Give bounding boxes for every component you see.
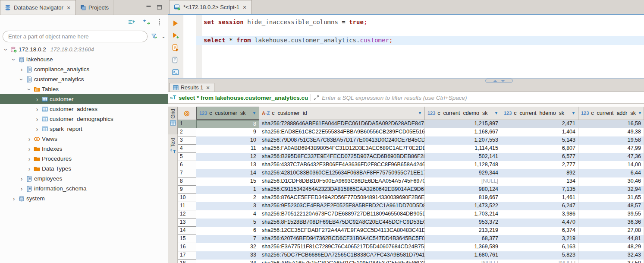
grid-cell[interactable]: 1 bbox=[196, 186, 259, 194]
grid-cell[interactable]: 502,141 bbox=[425, 153, 501, 161]
grid-cell[interactable]: 47,99 bbox=[578, 145, 644, 153]
grid-cell[interactable]: 980,124 bbox=[425, 186, 501, 194]
maximize-button[interactable] bbox=[157, 5, 162, 10]
result-source-sql[interactable]: select * from lakehouse.customer_analyti… bbox=[179, 95, 308, 101]
grid-cell[interactable]: 8 bbox=[196, 120, 259, 128]
chevron-icon[interactable]: › bbox=[26, 155, 33, 162]
row-number[interactable]: 8 bbox=[178, 177, 196, 186]
table-row[interactable]: 714sha256:42810C83B0360CE125634F068BAF8F… bbox=[178, 169, 644, 177]
row-number[interactable]: 6 bbox=[178, 161, 196, 169]
grid-cell[interactable]: 6,374 bbox=[501, 227, 578, 235]
grid-corner-cell[interactable]: ◎ bbox=[178, 107, 196, 120]
table-row[interactable]: 411sha256:FA0ABB6943B98054FC31D12D3E3AEC… bbox=[178, 145, 644, 153]
grid-cell[interactable]: 16,59 bbox=[578, 120, 644, 128]
sql-console-icon[interactable] bbox=[172, 69, 179, 76]
grid-cell[interactable]: 68,377 bbox=[425, 235, 501, 243]
grid-cell[interactable]: sha256:8F1528BB708DF69EB475DC92A8C20EC44… bbox=[259, 219, 425, 227]
grid-cell[interactable]: 2,777 bbox=[501, 161, 578, 169]
grid-cell[interactable]: 7 bbox=[196, 235, 259, 243]
grid-cell[interactable]: 2,471 bbox=[501, 120, 578, 128]
tab-database-navigator[interactable]: Database Navigator × bbox=[0, 0, 76, 15]
grid-cell[interactable]: 6,44 bbox=[578, 169, 644, 177]
row-number[interactable]: 3 bbox=[178, 136, 196, 145]
grid-cell[interactable]: 9 bbox=[196, 128, 259, 136]
grid-cell[interactable]: [NULL] bbox=[425, 260, 501, 263]
grid-cell[interactable]: 1,473,522 bbox=[425, 202, 501, 210]
row-number[interactable]: 9 bbox=[178, 186, 196, 194]
grid-cell[interactable]: [NULL] bbox=[501, 260, 578, 263]
filter-sql-icon[interactable]: «T bbox=[170, 95, 176, 101]
tree-item-Views[interactable]: ›Views bbox=[0, 134, 168, 144]
table-row[interactable]: 18sha256:72888646ABF61FA044EDEC061D6DA5A… bbox=[178, 120, 644, 128]
grid-cell[interactable]: 1,703,214 bbox=[425, 210, 501, 219]
chevron-icon[interactable]: › bbox=[34, 96, 41, 103]
grid-cell[interactable]: sha256:12CE35EFDABF272A4A47E9FA9CC5D4113… bbox=[259, 227, 425, 235]
tree-item-spark_report[interactable]: ›spark_report bbox=[0, 124, 168, 134]
grid-cell[interactable]: 1,114,415 bbox=[425, 145, 501, 153]
grid-cell[interactable]: 2 bbox=[196, 194, 259, 202]
close-icon[interactable]: × bbox=[66, 4, 71, 11]
column-header-c_current_cdemo_sk[interactable]: 123c_current_cdemo_sk▼ bbox=[425, 107, 501, 120]
view-tab-grid[interactable]: Grid bbox=[168, 107, 178, 134]
grid-cell[interactable]: 34 bbox=[196, 260, 259, 263]
grid-cell[interactable]: 4,470 bbox=[501, 219, 578, 227]
grid-cell[interactable]: 6,163 bbox=[501, 243, 578, 251]
chevron-icon[interactable]: › bbox=[18, 66, 25, 73]
tree-item-Indexes[interactable]: ›Indexes bbox=[0, 144, 168, 154]
chevron-icon[interactable]: › bbox=[26, 86, 33, 93]
grid-cell[interactable]: sha256:4337C7AB6432E3B06FF4A3636FD2F8CC8… bbox=[259, 161, 425, 169]
grid-cell[interactable]: 4 bbox=[196, 210, 259, 219]
grid-cell[interactable]: 1,215,897 bbox=[425, 120, 501, 128]
sql-line[interactable]: select * from lakehouse.customer_analyti… bbox=[196, 36, 644, 45]
execute-new-tab-icon[interactable] bbox=[172, 32, 179, 39]
row-number[interactable]: 4 bbox=[178, 145, 196, 153]
grid-cell[interactable]: 32,94 bbox=[578, 186, 644, 194]
grid-cell[interactable]: [NULL] bbox=[425, 177, 501, 186]
sql-line[interactable] bbox=[202, 27, 644, 36]
grid-cell[interactable]: 953,372 bbox=[425, 219, 501, 227]
column-dropdown-icon[interactable]: ▼ bbox=[252, 111, 256, 115]
table-row[interactable]: 146sha256:12CE35EFDABF272A4A47E9FA9CC5D4… bbox=[178, 227, 644, 235]
grid-cell[interactable]: 6 bbox=[196, 227, 259, 235]
object-search-input[interactable] bbox=[3, 31, 148, 42]
tree-item-customer_analytics[interactable]: ›customer_analytics bbox=[0, 74, 168, 84]
grid-cell[interactable]: sha256:9E52303CE4FBA2E2F0525E8A5BFBD2C1A… bbox=[259, 202, 425, 210]
chevron-icon[interactable]: › bbox=[10, 56, 17, 63]
tree-item-172.18.0.2[interactable]: ›172.18.0.2172.18.0.2:31604 bbox=[0, 44, 168, 54]
close-icon[interactable]: × bbox=[205, 84, 210, 91]
row-number[interactable]: 12 bbox=[178, 210, 196, 219]
grid-cell[interactable]: sha256:EAD8E61C8C22E555834FBBA9B60556CB2… bbox=[259, 128, 425, 136]
grid-cell[interactable]: 5,143 bbox=[501, 136, 578, 145]
table-row[interactable]: 124sha256:B705122120A673FC7DE6889727DB11… bbox=[178, 210, 644, 219]
tree-item-customer_address[interactable]: ›customer_address bbox=[0, 104, 168, 114]
chevron-icon[interactable]: › bbox=[3, 46, 9, 53]
grid-cell[interactable]: 892 bbox=[501, 169, 578, 177]
chevron-icon[interactable]: › bbox=[26, 165, 33, 172]
grid-cell[interactable]: sha256:B295D8FC337E9E4FECD0725D907ACD6B6… bbox=[259, 153, 425, 161]
grid-cell[interactable]: sha256:B705122120A673FC7DE6889727DB11809… bbox=[259, 210, 425, 219]
table-row[interactable]: 512sha256:B295D8FC337E9E4FECD0725D907ACD… bbox=[178, 153, 644, 161]
grid-cell[interactable]: 1,128,748 bbox=[425, 161, 501, 169]
tree-item-Tables[interactable]: ›Tables bbox=[0, 84, 168, 94]
grid-cell[interactable]: 37,50 bbox=[578, 260, 644, 263]
grid-cell[interactable]: 1,680,761 bbox=[425, 251, 501, 260]
view-tab-text[interactable]: Text bbox=[168, 136, 178, 161]
grid-cell[interactable]: sha256:75DC7FCB6686EDA72565C1B838CA7FC43… bbox=[259, 251, 425, 260]
tab-results-1[interactable]: Results 1 × bbox=[169, 83, 214, 92]
row-number[interactable]: 2 bbox=[178, 128, 196, 136]
grid-cell[interactable]: 14,00 bbox=[578, 161, 644, 169]
grid-cell[interactable]: 1,168,667 bbox=[425, 128, 501, 136]
chevron-icon[interactable]: › bbox=[26, 136, 33, 143]
grid-cell[interactable]: sha256:FA0ABB6943B98054FC31D12D3E3AEC689… bbox=[259, 145, 425, 153]
grid-cell[interactable]: 3,986 bbox=[501, 210, 578, 219]
row-number[interactable]: 5 bbox=[178, 153, 196, 161]
link-with-editor-icon[interactable] bbox=[143, 19, 151, 25]
table-row[interactable]: 613sha256:4337C7AB6432E3B06FF4A3636FD2F8… bbox=[178, 161, 644, 169]
grid-cell[interactable]: 3,219 bbox=[501, 235, 578, 243]
grid-cell[interactable]: sha256:42810C83B0360CE125634F068BAF8FF75… bbox=[259, 169, 425, 177]
column-dropdown-icon[interactable]: ▼ bbox=[638, 111, 642, 115]
table-row[interactable]: 157sha256:620746BED947362BCD6CF31B0A4C54… bbox=[178, 235, 644, 243]
grid-cell[interactable]: 13 bbox=[196, 161, 259, 169]
tree-item-Procedures[interactable]: ›Procedures bbox=[0, 154, 168, 164]
tree-item-Data Types[interactable]: ›Data Types bbox=[0, 164, 168, 174]
